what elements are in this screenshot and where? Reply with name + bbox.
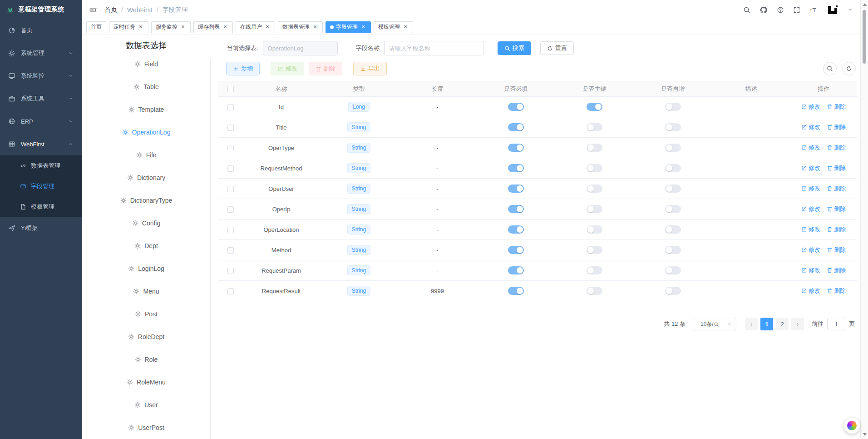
- goto-page-input[interactable]: [827, 318, 845, 330]
- required-switch[interactable]: [508, 185, 524, 193]
- row-delete-link[interactable]: 删除: [827, 144, 846, 152]
- primary-key-switch[interactable]: [587, 266, 602, 274]
- row-delete-link[interactable]: 删除: [827, 185, 846, 193]
- row-checkbox[interactable]: [227, 227, 234, 233]
- tab-服务监控[interactable]: 服务监控×: [151, 21, 191, 33]
- export-button[interactable]: 导出: [353, 62, 387, 75]
- edit-button[interactable]: 修改: [271, 62, 304, 75]
- floating-plugin-button[interactable]: [844, 418, 860, 434]
- required-switch[interactable]: [508, 266, 524, 274]
- required-switch[interactable]: [508, 246, 524, 254]
- table-refresh-button[interactable]: [842, 62, 856, 75]
- tab-close-icon[interactable]: ×: [138, 24, 144, 30]
- tab-close-icon[interactable]: ×: [180, 24, 186, 30]
- row-checkbox[interactable]: [227, 206, 234, 213]
- reset-button[interactable]: 重置: [540, 41, 574, 55]
- tab-close-icon[interactable]: ×: [360, 24, 366, 30]
- required-switch[interactable]: [508, 225, 524, 234]
- tree-item-File[interactable]: File: [82, 144, 211, 166]
- row-edit-link[interactable]: 修改: [801, 205, 820, 213]
- sidebar-item-template-management[interactable]: 模板管理: [0, 196, 82, 217]
- row-delete-link[interactable]: 删除: [827, 287, 846, 295]
- search-icon[interactable]: [743, 6, 750, 14]
- sidebar-item-field-management[interactable]: 字段管理: [0, 176, 82, 196]
- primary-key-switch[interactable]: [587, 287, 602, 295]
- add-button[interactable]: 新增: [226, 62, 260, 75]
- tree-item-UserPost[interactable]: UserPost: [82, 416, 211, 439]
- required-switch[interactable]: [508, 123, 524, 131]
- auto-increment-switch[interactable]: [665, 205, 681, 213]
- field-name-input[interactable]: [384, 41, 484, 55]
- tab-数据表管理[interactable]: 数据表管理×: [278, 21, 323, 33]
- primary-key-switch[interactable]: [587, 164, 602, 172]
- tree-item-Field[interactable]: Field: [82, 53, 211, 75]
- row-edit-link[interactable]: 修改: [801, 164, 820, 172]
- tab-缓存列表[interactable]: 缓存列表×: [193, 21, 233, 33]
- breadcrumb-home[interactable]: 首页: [104, 6, 117, 14]
- row-checkbox[interactable]: [227, 288, 234, 294]
- row-edit-link[interactable]: 修改: [801, 123, 820, 131]
- required-switch[interactable]: [508, 205, 524, 213]
- row-delete-link[interactable]: 删除: [827, 164, 846, 172]
- row-delete-link[interactable]: 删除: [827, 225, 846, 234]
- row-edit-link[interactable]: 修改: [801, 144, 820, 152]
- required-switch[interactable]: [508, 287, 524, 295]
- github-icon[interactable]: [760, 6, 768, 14]
- auto-increment-switch[interactable]: [665, 123, 681, 131]
- row-checkbox[interactable]: [227, 125, 234, 131]
- primary-key-switch[interactable]: [587, 205, 602, 213]
- primary-key-switch[interactable]: [587, 246, 602, 254]
- tab-close-icon[interactable]: ×: [402, 24, 409, 30]
- page-button-2[interactable]: 2: [776, 318, 789, 330]
- auto-increment-switch[interactable]: [665, 164, 681, 172]
- sidebar-item-erp[interactable]: ERP: [0, 110, 82, 133]
- tree-item-RoleMenu[interactable]: RoleMenu: [82, 371, 211, 394]
- tab-模板管理[interactable]: 模板管理×: [374, 21, 413, 33]
- tab-close-icon[interactable]: ×: [264, 24, 271, 30]
- row-checkbox[interactable]: [227, 268, 234, 274]
- row-delete-link[interactable]: 删除: [827, 246, 846, 254]
- tab-首页[interactable]: 首页: [86, 21, 106, 33]
- auto-increment-switch[interactable]: [665, 287, 681, 295]
- tree-item-Template[interactable]: Template: [82, 98, 211, 121]
- row-delete-link[interactable]: 删除: [827, 205, 846, 213]
- auto-increment-switch[interactable]: [665, 144, 681, 152]
- row-edit-link[interactable]: 修改: [801, 266, 820, 274]
- row-delete-link[interactable]: 删除: [827, 103, 846, 111]
- required-switch[interactable]: [508, 164, 524, 172]
- tab-字段管理[interactable]: 字段管理×: [326, 21, 371, 33]
- avatar[interactable]: [826, 3, 839, 17]
- tree-item-DictionaryType[interactable]: DictionaryType: [82, 189, 211, 212]
- tab-定时任务[interactable]: 定时任务×: [109, 21, 148, 33]
- page-size-select[interactable]: 10条/页: [693, 318, 736, 330]
- tab-在线用户[interactable]: 在线用户×: [236, 21, 275, 33]
- tree-item-Post[interactable]: Post: [82, 303, 211, 325]
- sidebar-item-system-tools[interactable]: 系统工具: [0, 87, 82, 110]
- tab-close-icon[interactable]: ×: [222, 24, 228, 30]
- sidebar-item-table-management[interactable]: 数据表管理: [0, 155, 82, 176]
- tab-close-icon[interactable]: ×: [312, 24, 318, 30]
- sidebar-item-webfirst[interactable]: WebFirst: [0, 133, 82, 155]
- row-edit-link[interactable]: 修改: [801, 185, 820, 193]
- delete-button[interactable]: 删除: [309, 62, 342, 75]
- tree-item-Config[interactable]: Config: [82, 212, 211, 234]
- primary-key-switch[interactable]: [587, 103, 602, 111]
- row-delete-link[interactable]: 删除: [827, 266, 846, 274]
- tree-item-User[interactable]: User: [82, 394, 211, 416]
- window-scrollbar[interactable]: [860, 0, 868, 439]
- primary-key-switch[interactable]: [587, 123, 602, 131]
- prev-page-button[interactable]: ‹: [745, 318, 758, 330]
- sidebar-item-yi-framework[interactable]: Yi框架: [0, 217, 82, 239]
- select-all-checkbox[interactable]: [227, 86, 234, 92]
- tree-item-Menu[interactable]: Menu: [82, 280, 211, 303]
- auto-increment-switch[interactable]: [665, 103, 681, 111]
- scroll-down-arrow-icon[interactable]: [863, 433, 867, 436]
- row-checkbox[interactable]: [227, 247, 234, 254]
- help-icon[interactable]: [777, 6, 784, 14]
- row-edit-link[interactable]: 修改: [801, 287, 820, 295]
- next-page-button[interactable]: ›: [791, 318, 804, 330]
- tree-item-Table[interactable]: Table: [82, 75, 211, 98]
- auto-increment-switch[interactable]: [665, 225, 681, 234]
- app-logo[interactable]: 意框架管理系统: [0, 0, 82, 19]
- required-switch[interactable]: [508, 144, 524, 152]
